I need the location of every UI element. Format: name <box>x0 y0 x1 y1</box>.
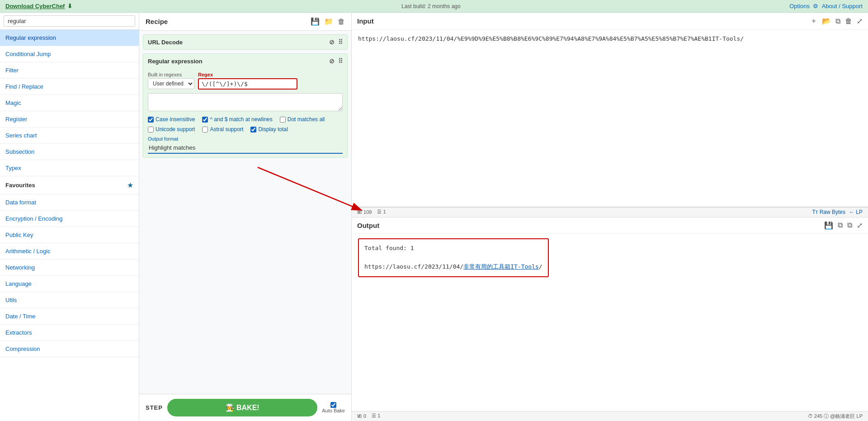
sidebar-item-arithmetic-logic[interactable]: Arithmetic / Logic <box>0 243 139 260</box>
output-copy2-icon[interactable]: ⧉ <box>847 221 852 229</box>
last-build-label: Last build: 2 months ago <box>401 3 461 9</box>
sidebar-item-label: Magic <box>5 99 21 106</box>
input-content[interactable]: https://laosu.cf/2023/11/04/%E9%9D%9E%E5… <box>352 30 868 207</box>
output-expand-icon[interactable]: ⤢ <box>857 221 863 230</box>
op-block-regex-title: Regular expression <box>148 58 203 65</box>
recipe-title: Recipe <box>146 18 168 25</box>
checkbox-astral[interactable]: Astral support <box>202 126 243 132</box>
checkbox-astral-label: Astral support <box>210 126 243 132</box>
sidebar-item-label: Series chart <box>5 132 37 139</box>
input-expand-icon[interactable]: ⤢ <box>857 17 863 25</box>
recipe-panel: Recipe 💾 📁 🗑 URL Decode ⊘ ⠿ <box>139 13 352 421</box>
download-icon: ⬇ <box>67 3 72 9</box>
options-label: Options <box>789 3 810 9</box>
sidebar-item-conditional-jump[interactable]: Conditional Jump <box>0 46 139 62</box>
sidebar-item-subsection[interactable]: Subsection <box>0 144 139 160</box>
op-disable-icon2[interactable]: ⊘ <box>329 57 335 65</box>
raw-bytes-btn[interactable]: Tт Raw Bytes <box>812 209 845 215</box>
recipe-folder-icon[interactable]: 📁 <box>324 17 333 26</box>
input-folder-icon[interactable]: 📂 <box>822 17 831 25</box>
builtin-regexes-select[interactable]: User defined <box>148 78 194 89</box>
regex-input-group: Regex <box>198 72 297 90</box>
download-cyberchef-link[interactable]: Download CyberChef <box>5 3 65 9</box>
sidebar-item-date-time[interactable]: Date / Time <box>0 308 139 325</box>
bake-button[interactable]: 🧑‍🍳 BAKE! <box>167 399 317 416</box>
sidebar-item-filter[interactable]: Filter <box>0 62 139 79</box>
regex-input[interactable] <box>198 78 297 90</box>
op-move-icon2[interactable]: ⠿ <box>338 57 343 65</box>
regex-textarea[interactable] <box>148 93 343 111</box>
op-block-url-decode-header: URL Decode ⊘ ⠿ <box>143 35 347 49</box>
sidebar: Regular expression Conditional Jump Filt… <box>0 13 139 421</box>
sidebar-item-typex[interactable]: Typex <box>0 160 139 176</box>
divider-stats-bottom-right: ⏱ 245 ⓘ @杨浦老巨 LP <box>808 413 863 420</box>
sidebar-item-encryption-encoding[interactable]: Encryption / Encoding <box>0 211 139 227</box>
checkbox-case-insensitive[interactable]: Case insensitive <box>148 116 195 123</box>
output-format-label: Output format <box>148 136 343 142</box>
output-match: 非常有用的工具箱IT-Tools <box>463 263 539 270</box>
sidebar-item-magic[interactable]: Magic <box>0 95 139 111</box>
input-add-icon[interactable]: ＋ <box>810 16 817 26</box>
checkbox-newlines[interactable]: ^ and $ match at newlines <box>202 116 272 123</box>
op-block-url-decode-icons: ⊘ ⠿ <box>329 38 343 46</box>
output-content: Total found: 1 https://laosu.cf/2023/11/… <box>352 234 868 412</box>
checkbox-display-total[interactable]: Display total <box>250 126 288 132</box>
about-support-link[interactable]: About / Support <box>822 3 863 9</box>
op-block-url-decode: URL Decode ⊘ ⠿ <box>143 34 348 50</box>
recipe-trash-icon[interactable]: 🗑 <box>338 18 345 26</box>
autobake-checkbox[interactable] <box>330 402 336 408</box>
output-box: Total found: 1 https://laosu.cf/2023/11/… <box>358 238 549 277</box>
output-char-count: ㎆ 0 <box>357 413 366 420</box>
sidebar-item-language[interactable]: Language <box>0 276 139 292</box>
sidebar-item-extractors[interactable]: Extractors <box>0 325 139 341</box>
sidebar-item-label: Conditional Jump <box>5 51 51 57</box>
sidebar-item-utils[interactable]: Utils <box>0 292 139 308</box>
input-trash-icon[interactable]: 🗑 <box>845 17 852 25</box>
sidebar-item-label: Register <box>5 116 27 123</box>
divider-stats-left: ㎆ 109 ☰ 1 <box>357 209 386 216</box>
op-block-regex-body: Built in regexes User defined Regex <box>143 68 347 157</box>
input-title: Input <box>357 17 374 25</box>
sidebar-item-find-replace[interactable]: Find / Replace <box>0 79 139 95</box>
sidebar-item-data-format[interactable]: Data format <box>0 194 139 211</box>
checkboxes-row1: Case insensitive ^ and $ match at newlin… <box>148 116 343 123</box>
star-icon: ★ <box>127 181 133 189</box>
sidebar-item-public-key[interactable]: Public Key <box>0 227 139 243</box>
input-copy-icon[interactable]: ⧉ <box>835 17 840 25</box>
main-layout: Regular expression Conditional Jump Filt… <box>0 13 868 421</box>
op-block-regex-icons: ⊘ ⠿ <box>329 57 343 65</box>
checkbox-case-insensitive-label: Case insensitive <box>156 116 195 123</box>
op-block-regex: Regular expression ⊘ ⠿ Built in regexes … <box>143 53 348 158</box>
divider-stats-right: Tт Raw Bytes ← LP <box>812 209 863 215</box>
builtin-regexes-group: Built in regexes User defined <box>148 72 194 90</box>
search-input[interactable] <box>4 15 135 27</box>
output-save-icon[interactable]: 💾 <box>824 221 833 230</box>
output-format-input[interactable] <box>148 142 343 154</box>
sidebar-item-compression[interactable]: Compression <box>0 341 139 357</box>
output-line-count: ☰ 1 <box>372 413 380 420</box>
sidebar-item-series-chart[interactable]: Series chart <box>0 128 139 144</box>
recipe-body: URL Decode ⊘ ⠿ Regular expression ⊘ ⠿ <box>139 31 351 394</box>
output-copy-icon[interactable]: ⧉ <box>838 221 843 229</box>
input-text: https://laosu.cf/2023/11/04/%E9%9D%9E%E5… <box>358 35 744 42</box>
sidebar-item-label: Find / Replace <box>5 83 43 90</box>
sidebar-item-label: Filter <box>5 67 19 74</box>
sidebar-item-label: Public Key <box>5 232 33 238</box>
op-move-icon[interactable]: ⠿ <box>338 38 343 46</box>
options-link[interactable]: Options ⚙ <box>789 3 818 9</box>
recipe-save-icon[interactable]: 💾 <box>311 17 320 26</box>
favourites-row: Favourites ★ <box>0 176 139 194</box>
lp-btn[interactable]: ← LP <box>849 209 863 215</box>
checkbox-newlines-label: ^ and $ match at newlines <box>210 116 272 123</box>
sidebar-item-regular-expression[interactable]: Regular expression <box>0 30 139 46</box>
sidebar-item-register[interactable]: Register <box>0 111 139 128</box>
checkbox-dot-all[interactable]: Dot matches all <box>280 116 325 123</box>
divider-stats-bottom-left: ㎆ 0 ☰ 1 <box>357 413 380 420</box>
sidebar-item-networking[interactable]: Networking <box>0 260 139 276</box>
output-line1: https://laosu.cf/2023/11/04/ <box>364 263 463 270</box>
topbar: Download CyberChef ⬇ Last build: 2 month… <box>0 0 868 13</box>
op-disable-icon[interactable]: ⊘ <box>329 38 335 46</box>
sidebar-item-label: Data format <box>5 199 36 206</box>
checkbox-unicode[interactable]: Unicode support <box>148 126 195 132</box>
divider-stats-bottom: ㎆ 0 ☰ 1 ⏱ 245 ⓘ @杨浦老巨 LP <box>352 411 868 421</box>
